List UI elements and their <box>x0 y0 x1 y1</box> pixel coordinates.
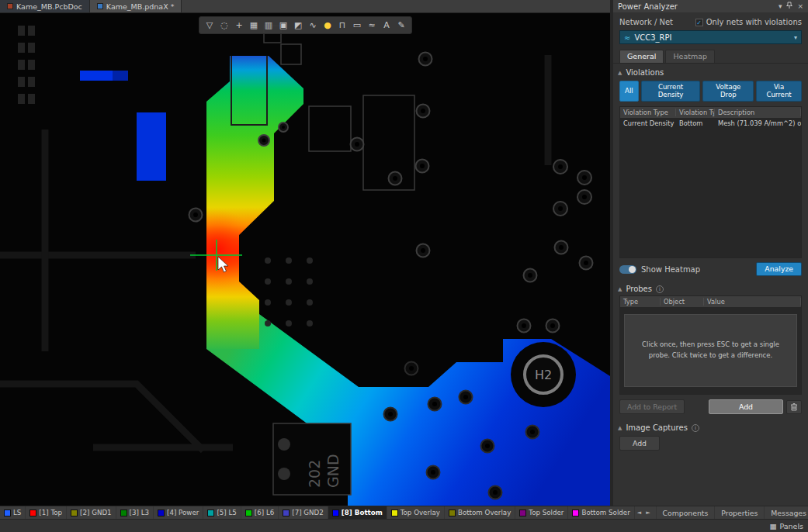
analyze-button[interactable]: Analyze <box>756 262 802 276</box>
add-capture-button[interactable]: Add <box>619 436 660 451</box>
pin-icon[interactable] <box>786 2 792 11</box>
violation-layer-cell: Bottom <box>676 119 715 127</box>
show-heatmap-label: Show Heatmap <box>641 265 700 274</box>
layer-tab[interactable]: [4] Power <box>154 506 203 519</box>
layer-tab[interactable]: [7] GND2 <box>279 506 328 519</box>
panel-title: Power Analyzer <box>618 2 678 11</box>
blue-copper-region <box>137 112 166 181</box>
only-violations-checkbox[interactable]: ✓ Only nets with violations <box>695 18 802 26</box>
layer-color-swatch <box>71 510 78 516</box>
info-icon: i <box>656 285 664 293</box>
plot-icon[interactable]: ≈ <box>365 17 379 33</box>
tab-general[interactable]: General <box>619 50 664 63</box>
layer-tab[interactable]: [2] GND1 <box>67 506 116 519</box>
show-heatmap-toggle[interactable] <box>619 265 636 274</box>
panel-menu-icon[interactable]: ▾ <box>779 2 782 10</box>
violations-section-header[interactable]: ▲ Violations <box>613 64 808 79</box>
layer-tab[interactable]: [1] Top <box>26 506 67 519</box>
layer-tab-label: [4] Power <box>167 509 199 516</box>
layer-color-swatch <box>391 510 398 516</box>
violation-filters: All Current Density Voltage Drop Via Cur… <box>613 79 808 106</box>
layer-tab-label: Bottom Solder <box>581 509 629 516</box>
region-rect-icon[interactable]: ▭ <box>350 17 364 33</box>
layer-tab-label: Bottom Overlay <box>458 509 511 516</box>
add-probe-button[interactable]: Add <box>709 399 783 414</box>
column-header[interactable]: Violation Type <box>676 109 715 116</box>
layer-color-swatch <box>207 510 214 516</box>
toggle-knob <box>629 266 636 273</box>
violation-row[interactable]: Current Density Bottom Mesh (71.039 A/mm… <box>620 118 801 129</box>
doc-tab-pcbdoc[interactable]: Kame_MB.PcbDoc <box>0 0 90 12</box>
component-net-label: GND <box>324 454 342 488</box>
probes-hint: Click once, then press ESC to get a sing… <box>624 314 797 387</box>
tab-properties[interactable]: Properties <box>714 506 764 519</box>
layer-tab-label: [2] GND1 <box>80 509 112 516</box>
draw-line-icon[interactable]: ✎ <box>394 17 408 33</box>
lasso-select-icon[interactable]: ◌ <box>217 17 231 33</box>
violation-description-cell: Mesh (71.039 A/mm^2) out of limit <box>715 119 801 127</box>
gradient-scale-icon[interactable]: ◩ <box>291 17 305 33</box>
column-header[interactable]: Violation Type <box>620 109 676 116</box>
layer-tab-label: Top Solder <box>529 509 564 516</box>
probes-section-header[interactable]: ▲ Probes i <box>613 280 808 295</box>
layer-tab[interactable]: Bottom Solder <box>568 506 634 519</box>
selection-area-icon[interactable]: ▦ <box>247 17 261 33</box>
move-icon[interactable]: + <box>232 17 246 33</box>
filter-icon[interactable]: ▽ <box>203 17 217 33</box>
filter-all-button[interactable]: All <box>619 81 639 102</box>
panels-button[interactable]: ▦ Panels <box>769 522 803 530</box>
close-icon[interactable]: × <box>797 2 803 10</box>
tab-heatmap[interactable]: Heatmap <box>665 50 715 63</box>
column-header[interactable]: Object <box>661 298 704 306</box>
chevron-down-icon: ▾ <box>794 34 797 41</box>
histogram-icon[interactable]: ▥ <box>262 17 276 33</box>
layer-scroll-left-icon[interactable]: ◄ <box>635 510 643 516</box>
net-select[interactable]: ≈ VCC3_RPI ▾ <box>619 30 802 44</box>
tab-components[interactable]: Components <box>656 506 715 519</box>
layer-tab[interactable]: Top Solder <box>515 506 568 519</box>
panels-button-label: Panels <box>779 522 803 530</box>
layer-tab[interactable]: Top Overlay <box>387 506 445 519</box>
layers-icon[interactable]: ▣ <box>276 17 290 33</box>
component-202: 202 GND <box>273 423 351 495</box>
filter-via-current-button[interactable]: Via Current <box>756 81 802 102</box>
document-tab-bar: Kame_MB.PcbDoc Kame_MB.pdnaX * <box>0 0 610 13</box>
layer-color-swatch <box>332 510 339 516</box>
bulb-icon[interactable]: ● <box>321 17 335 33</box>
layer-color-swatch <box>245 510 252 516</box>
doc-tab-pdnax[interactable]: Kame_MB.pdnaX * <box>90 0 182 12</box>
collapse-arrow-icon: ▲ <box>618 425 622 431</box>
pcb-canvas[interactable]: H2 202 GND <box>0 13 610 506</box>
filter-voltage-drop-button[interactable]: Voltage Drop <box>702 81 754 102</box>
layer-tab[interactable]: [8] Bottom <box>328 506 387 519</box>
layer-tab-label: [8] Bottom <box>342 509 383 516</box>
layer-tab[interactable]: Bottom Overlay <box>445 506 515 519</box>
delete-probe-button[interactable] <box>786 400 802 414</box>
filter-current-density-button[interactable]: Current Density <box>641 81 701 102</box>
probes-table: Type Object Value Click once, then press… <box>619 295 802 395</box>
image-captures-section-header[interactable]: ▲ Image Captures i <box>613 419 808 434</box>
layer-color-swatch <box>519 510 526 516</box>
waveform-icon[interactable]: ∿ <box>306 17 320 33</box>
add-to-report-button[interactable]: Add to Report <box>619 399 685 414</box>
layer-scroll-right-icon[interactable]: ► <box>643 510 652 516</box>
column-header[interactable]: Value <box>704 298 801 306</box>
layer-tab[interactable]: [3] L3 <box>116 506 154 519</box>
layer-color-swatch <box>572 510 579 516</box>
probes-table-header: Type Object Value <box>620 296 801 307</box>
layer-tab[interactable]: LS <box>0 506 26 519</box>
column-header[interactable]: Description <box>715 109 801 116</box>
pcb-editor-canvas[interactable]: H2 202 GND ▽ ◌ <box>0 13 610 506</box>
violation-type-cell: Current Density <box>620 119 676 127</box>
layer-tab[interactable]: [6] L6 <box>241 506 279 519</box>
signal-step-icon[interactable]: ⊓ <box>335 17 349 33</box>
heatmap-controls-row: Show Heatmap Analyze <box>613 258 808 280</box>
blue-trace-segment-end <box>113 71 128 81</box>
text-label-icon[interactable]: A <box>380 17 394 33</box>
trash-icon <box>789 402 799 412</box>
probes-table-body: Click once, then press ESC to get a sing… <box>620 307 801 394</box>
h2-label: H2 <box>535 368 552 382</box>
tab-messages[interactable]: Messages <box>764 506 808 519</box>
column-header[interactable]: Type <box>620 298 661 306</box>
layer-tab[interactable]: [5] L5 <box>203 506 241 519</box>
